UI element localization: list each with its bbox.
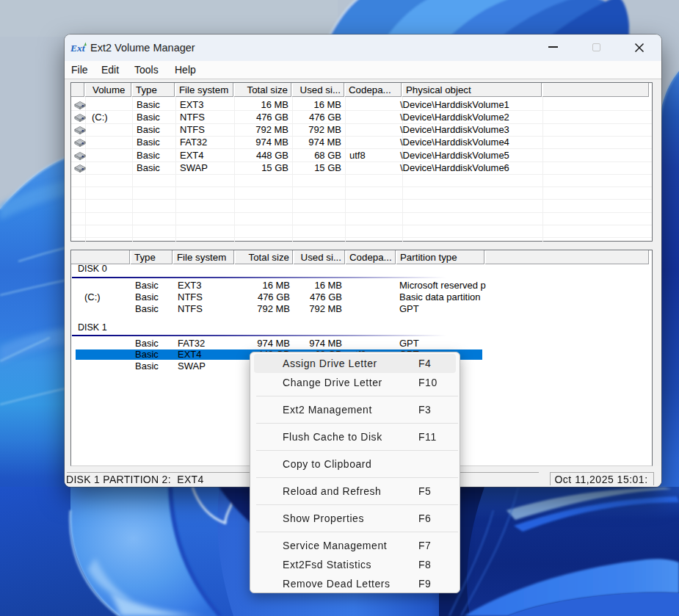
svg-text:Ext: Ext [70,43,86,54]
